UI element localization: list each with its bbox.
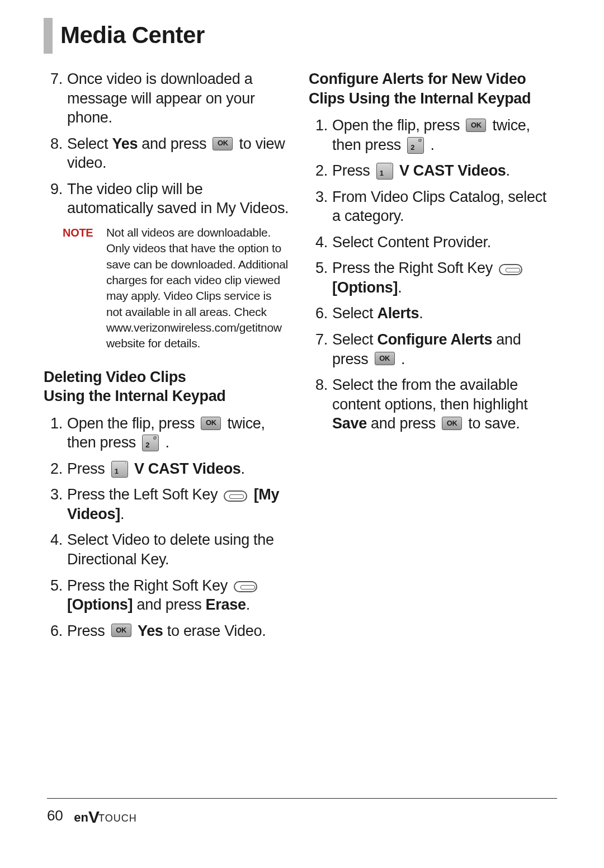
num2-icon: 2@: [407, 137, 424, 154]
list-item: 4.Select Content Provider.: [309, 233, 555, 252]
note-block: NOTE Not all videos are downloadable. On…: [44, 225, 290, 352]
list-c: 1.Open the flip, press OK twice, then pr…: [309, 116, 555, 433]
list-item: 6.Select Alerts.: [309, 304, 555, 323]
list-body: Press the Left Soft Key [My Videos].: [63, 485, 290, 523]
ok-icon: OK: [466, 119, 486, 132]
list-body: Press 1' V CAST Videos.: [328, 161, 555, 181]
list-body: Select the from the available content op…: [328, 375, 555, 433]
list-item: 2.Press 1' V CAST Videos.: [44, 459, 290, 479]
bold-text: Yes: [112, 135, 138, 152]
page-title: Media Center: [60, 20, 205, 50]
list-body: Press the Right Soft Key [Options] and p…: [63, 576, 290, 615]
list-item: 1.Open the flip, press OK twice, then pr…: [44, 414, 290, 452]
list-body: Select Content Provider.: [328, 233, 555, 252]
list-number: 1.: [44, 414, 63, 433]
list-item: 6.Press OK Yes to erase Video.: [44, 621, 290, 641]
brand-logo: enVTOUCH: [74, 805, 136, 827]
list-number: 7.: [309, 330, 328, 350]
list-body: Select Configure Alerts and press OK .: [328, 330, 555, 369]
list-item: 3.Press the Left Soft Key [My Videos].: [44, 485, 290, 523]
list-body: Select Alerts.: [328, 304, 555, 323]
ok-icon: OK: [111, 624, 131, 637]
column-left: 7.Once video is downloaded a message wil…: [44, 69, 290, 647]
footer: 60 enVTOUCH: [47, 805, 137, 827]
list-body: Press OK Yes to erase Video.: [63, 621, 290, 641]
list-number: 6.: [309, 304, 328, 323]
list-item: 2.Press 1' V CAST Videos.: [309, 161, 555, 181]
bold-text: Alerts: [377, 305, 419, 322]
list-number: 3.: [309, 187, 328, 207]
bold-text: [Options]: [332, 279, 398, 296]
list-b: 1.Open the flip, press OK twice, then pr…: [44, 414, 290, 640]
title-accent-bar: [44, 18, 53, 54]
column-right: Configure Alerts for New Video Clips Usi…: [309, 69, 555, 647]
list-number: 7.: [44, 69, 63, 89]
list-number: 1.: [309, 116, 328, 135]
list-number: 2.: [44, 459, 63, 479]
bold-text: V CAST Videos: [399, 162, 506, 179]
list-number: 3.: [44, 485, 63, 504]
page-number: 60: [47, 806, 63, 825]
list-number: 5.: [44, 576, 63, 596]
ok-icon: OK: [201, 417, 221, 430]
num1-icon: 1': [376, 163, 393, 180]
list-a: 7.Once video is downloaded a message wil…: [44, 69, 290, 218]
list-body: Press the Right Soft Key [Options].: [328, 258, 555, 297]
list-number: 5.: [309, 258, 328, 278]
num2-icon: 2@: [142, 435, 159, 451]
list-number: 2.: [309, 161, 328, 181]
bold-text: Erase: [206, 596, 246, 613]
list-item: 1.Open the flip, press OK twice, then pr…: [309, 116, 555, 154]
list-number: 9.: [44, 180, 63, 199]
list-body: Select Yes and press OK to view video.: [63, 134, 290, 173]
right-soft-key-icon: [234, 581, 257, 592]
list-item: 7.Select Configure Alerts and press OK .: [309, 330, 555, 369]
list-body: From Video Clips Catalog, select a categ…: [328, 187, 555, 226]
list-item: 3.From Video Clips Catalog, select a cat…: [309, 187, 555, 226]
list-item: 5.Press the Right Soft Key [Options] and…: [44, 576, 290, 615]
list-body: Open the flip, press OK twice, then pres…: [63, 414, 290, 452]
list-number: 8.: [44, 134, 63, 154]
bold-text: Save: [332, 415, 367, 432]
list-item: 8.Select Yes and press OK to view video.: [44, 134, 290, 173]
page-title-wrap: Media Center: [44, 20, 557, 54]
list-number: 8.: [309, 375, 328, 395]
bold-text: V CAST Videos: [134, 460, 241, 477]
subhead-configure: Configure Alerts for New Video Clips Usi…: [309, 69, 555, 108]
list-body: Once video is downloaded a message will …: [63, 69, 290, 128]
bold-text: Yes: [138, 622, 163, 639]
list-item: 7.Once video is downloaded a message wil…: [44, 69, 290, 128]
ok-icon: OK: [213, 137, 233, 150]
subhead-deleting: Deleting Video ClipsUsing the Internal K…: [44, 367, 290, 406]
left-soft-key-icon: [224, 490, 247, 502]
num1-icon: 1': [111, 461, 128, 478]
list-item: 4.Select Video to delete using the Direc…: [44, 530, 290, 569]
note-body: Not all videos are downloadable. Only vi…: [102, 225, 290, 352]
right-soft-key-icon: [499, 264, 522, 275]
list-body: The video clip will be automatically sav…: [63, 180, 290, 218]
list-body: Press 1' V CAST Videos.: [63, 459, 290, 479]
list-number: 4.: [309, 233, 328, 252]
list-item: 9.The video clip will be automatically s…: [44, 180, 290, 218]
list-number: 6.: [44, 621, 63, 641]
list-item: 5.Press the Right Soft Key [Options].: [309, 258, 555, 297]
list-body: Select Video to delete using the Directi…: [63, 530, 290, 569]
list-number: 4.: [44, 530, 63, 550]
ok-icon: OK: [375, 352, 395, 365]
list-item: 8.Select the from the available content …: [309, 375, 555, 433]
ok-icon: OK: [442, 417, 462, 430]
list-body: Open the flip, press OK twice, then pres…: [328, 116, 555, 154]
note-label: NOTE: [63, 225, 102, 240]
bold-text: [Options]: [67, 596, 133, 613]
bold-text: Configure Alerts: [377, 331, 492, 348]
bold-text: [My Videos]: [67, 486, 279, 522]
footer-rule: [47, 798, 557, 799]
